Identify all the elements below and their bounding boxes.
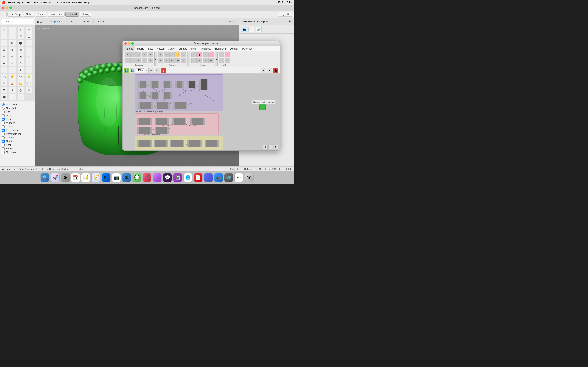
gh-menu-surface[interactable]: Surface [177, 47, 189, 51]
gh-comp-in5[interactable]: ↑ [191, 58, 197, 63]
gh-menu-maths[interactable]: Maths [135, 47, 146, 51]
tool-curve[interactable]: ⌒ [1, 33, 7, 40]
tool-offset[interactable]: ⊟ [17, 53, 24, 60]
tool-mirror[interactable]: ⊣ [26, 47, 32, 53]
properties-settings-icon[interactable]: ⚙ [288, 19, 292, 24]
prop-tab-link[interactable]: 🔗 [256, 26, 261, 32]
maximize-button[interactable] [9, 7, 12, 9]
tab-right[interactable]: Right [95, 19, 106, 24]
gh-menu-vector[interactable]: Vector [155, 47, 166, 51]
gh-close-button[interactable] [124, 42, 127, 45]
gh-comp-util3[interactable]: ▷ [219, 58, 224, 63]
tool-extras3[interactable]: ⋯ [9, 94, 16, 100]
menu-view[interactable]: View [41, 1, 47, 4]
tool-hatch[interactable]: ≡ [17, 67, 24, 73]
gh-comp-in-arrow[interactable]: → [191, 52, 197, 58]
tool-render[interactable]: 💡 [26, 73, 32, 80]
menu-display[interactable]: Display [49, 1, 58, 4]
tool-zoom[interactable]: 🔍 [1, 73, 7, 80]
minimize-button[interactable] [6, 7, 8, 9]
snap-intersection-check[interactable] [2, 129, 5, 132]
layer-selector[interactable]: Layer 03 [278, 12, 292, 17]
tool-extras2[interactable]: ⊛ [26, 87, 32, 93]
gh-comp-wave[interactable]: 〰 [136, 58, 141, 63]
tool-dot[interactable]: ⬤ [1, 94, 7, 100]
layouts-button[interactable]: Layouts... [226, 20, 237, 23]
gh-comp-prim6[interactable]: ⊷ [175, 58, 181, 63]
dock-finder[interactable]: 🔍 [40, 173, 49, 182]
tool-dimension[interactable]: ↕ [9, 67, 16, 73]
gh-comp-util1[interactable]: → [219, 52, 224, 58]
dock-chrome[interactable]: 🌐 [183, 173, 192, 182]
tool-lock[interactable]: 🔒 [9, 80, 16, 87]
gh-comp-in-pink[interactable]: ⬤ [197, 52, 202, 58]
grid-snap-button[interactable]: Grid Snap [7, 12, 23, 17]
tool-fillet[interactable]: ⌢ [26, 53, 32, 60]
tool-circle[interactable]: ○ [26, 26, 32, 33]
snap-knot-check[interactable] [2, 144, 5, 146]
tool-move[interactable]: ⊕ [1, 47, 7, 53]
gh-geometry-expander[interactable]: ▼ [154, 52, 157, 66]
history-button[interactable]: History [80, 12, 92, 17]
tool-pan[interactable]: ✋ [9, 73, 16, 80]
gh-menu-display[interactable]: Display [228, 47, 240, 51]
snap-tangent-check[interactable] [2, 136, 5, 139]
viewport-grid-icon[interactable]: ⊞ [36, 20, 39, 23]
gh-comp-prim3[interactable]: ⊕ [158, 58, 163, 63]
gh-zoom-dropdown[interactable]: ▼ [145, 69, 148, 72]
gh-comp-in-pink2[interactable]: ♦ [208, 52, 214, 58]
snap-near-check[interactable] [2, 114, 5, 117]
snap-oneshot-radio[interactable] [2, 107, 5, 110]
command-input[interactable] [1, 19, 33, 24]
tool-join[interactable]: ⊹ [17, 60, 24, 67]
tool-mesh[interactable]: ⊞ [9, 40, 16, 46]
menu-solution[interactable]: Solution [60, 1, 70, 4]
gh-minimize-button[interactable] [128, 42, 130, 45]
tool-line[interactable]: / [17, 26, 24, 33]
snap-point-check[interactable] [2, 118, 5, 121]
tool-measure[interactable]: 📐 [17, 80, 24, 87]
dock-messages[interactable]: 💬 [132, 173, 141, 182]
prop-tab-object[interactable]: □ [249, 26, 254, 32]
planar-button[interactable]: Planar [35, 12, 47, 17]
tool-select[interactable]: ↖ [1, 26, 7, 33]
apple-menu[interactable]: 🍎 [2, 1, 6, 4]
dock-appstore[interactable]: 🛍 [102, 173, 111, 182]
tool-boolean[interactable]: ∪ [1, 60, 7, 67]
gh-comp-prim4[interactable]: ▷ [164, 58, 169, 63]
prop-tab-camera[interactable]: 📷 [241, 26, 247, 32]
snap-near[interactable]: Near [2, 114, 33, 117]
gh-menu-params[interactable]: Params [123, 47, 135, 51]
gh-comp-gear[interactable]: ⊕ [148, 52, 153, 58]
tab-top[interactable]: Top [68, 19, 78, 24]
gh-comp-pipe[interactable]: ⊞ [158, 52, 163, 58]
snap-perpendicular-check[interactable] [2, 133, 5, 135]
gh-zoom-in[interactable]: + [263, 145, 268, 149]
gh-comp-x[interactable]: ✕ [125, 52, 130, 58]
gh-preview-button[interactable]: 👁 [155, 68, 160, 73]
dock-onenote[interactable]: 📓 [173, 173, 182, 182]
gh-comp-dot[interactable]: • [142, 52, 147, 58]
gh-menu-intersect[interactable]: Intersect [199, 47, 213, 51]
gh-comp-in7[interactable]: ▷ [203, 58, 208, 63]
dock-sysprefs[interactable]: ⚙ [61, 173, 70, 182]
close-button[interactable] [2, 7, 4, 9]
snap-quadrant[interactable]: Quadrant [2, 140, 33, 143]
snap-vertex[interactable]: Vertex [2, 147, 33, 150]
sidebar-toggle-button[interactable]: ☰ [2, 12, 7, 17]
gh-input-expander[interactable]: ▼ [215, 52, 218, 66]
gh-right-btn1[interactable]: ⊕ [261, 68, 266, 73]
tool-block[interactable]: ⊡ [26, 67, 32, 73]
snap-center-check[interactable] [2, 125, 5, 128]
tool-extend[interactable]: ↔ [9, 53, 16, 60]
gh-comp-prim2[interactable]: ⊟ [181, 52, 186, 58]
gh-primitive-expander[interactable]: ▼ [188, 52, 190, 66]
snap-perpendicular[interactable]: Perpendicular [2, 132, 33, 136]
gh-zoom-settings[interactable]: ⚙▾ [274, 145, 278, 149]
snap-center[interactable]: Center [2, 125, 33, 128]
gh-comp-util4[interactable]: ⊞ [225, 58, 230, 63]
dock-slack[interactable]: 💬 [163, 173, 172, 182]
tool-snap-settings[interactable]: ⚙ [1, 80, 7, 87]
gh-comp-circle1[interactable]: ○ [130, 52, 136, 58]
snap-tangent[interactable]: Tangent [2, 136, 33, 140]
